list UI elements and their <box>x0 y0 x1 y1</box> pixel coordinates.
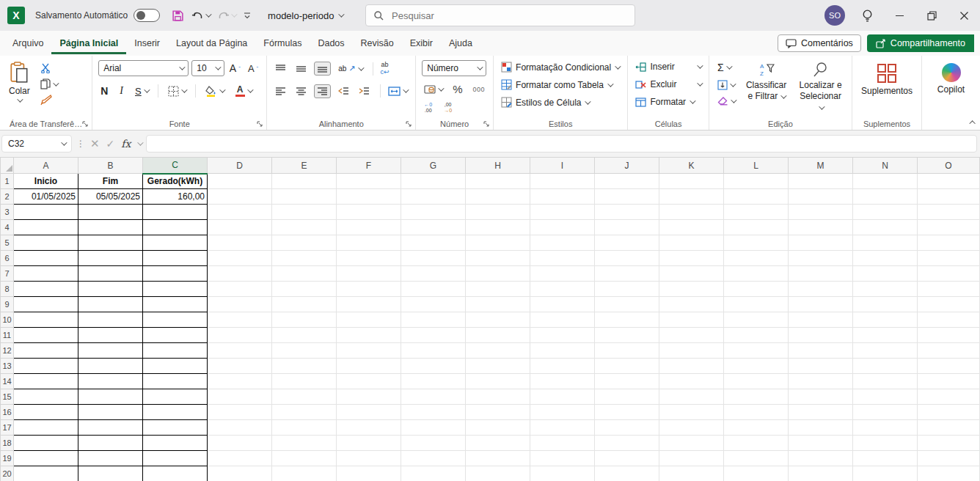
cell-I15[interactable] <box>530 389 595 405</box>
cell-F17[interactable] <box>337 420 401 436</box>
cell-M1[interactable] <box>789 174 853 189</box>
cell-J13[interactable] <box>595 359 659 374</box>
cell-O6[interactable] <box>918 251 980 266</box>
cell-I16[interactable] <box>530 405 595 420</box>
column-header-A[interactable]: A <box>14 158 78 174</box>
cell-O9[interactable] <box>918 297 980 312</box>
cell-J14[interactable] <box>595 374 659 389</box>
cell-L3[interactable] <box>724 205 789 220</box>
cell-H13[interactable] <box>466 359 530 374</box>
cell-G11[interactable] <box>401 328 466 343</box>
row-header-16[interactable]: 16 <box>1 405 14 420</box>
cell-B14[interactable] <box>78 374 143 389</box>
cell-K4[interactable] <box>659 220 724 235</box>
format-as-table-button[interactable]: Formatar como Tabela <box>500 78 621 92</box>
cell-H3[interactable] <box>466 205 530 220</box>
comments-button[interactable]: Comentários <box>778 34 861 52</box>
column-header-K[interactable]: K <box>659 158 724 174</box>
cell-D2[interactable] <box>208 189 272 205</box>
cell-H19[interactable] <box>466 451 530 466</box>
cell-C8[interactable] <box>143 282 208 297</box>
cell-E2[interactable] <box>272 189 337 205</box>
cell-M3[interactable] <box>789 205 853 220</box>
cell-C12[interactable] <box>143 343 208 359</box>
confirm-entry-icon[interactable]: ✓ <box>106 138 115 150</box>
collapse-ribbon-button[interactable] <box>971 114 976 128</box>
cell-N20[interactable] <box>853 466 918 481</box>
cell-K20[interactable] <box>659 466 724 481</box>
cell-G13[interactable] <box>401 359 466 374</box>
cell-K3[interactable] <box>659 205 724 220</box>
paste-dropdown-icon[interactable] <box>18 96 23 102</box>
cell-H7[interactable] <box>466 266 530 282</box>
cell-N5[interactable] <box>853 235 918 251</box>
cell-K9[interactable] <box>659 297 724 312</box>
column-header-O[interactable]: O <box>918 158 980 174</box>
wrap-text-button[interactable]: ab c↩ <box>379 60 392 78</box>
merge-center-button[interactable] <box>386 85 409 98</box>
cell-L17[interactable] <box>724 420 789 436</box>
cell-B16[interactable] <box>78 405 143 420</box>
cell-J9[interactable] <box>595 297 659 312</box>
cell-G8[interactable] <box>401 282 466 297</box>
decrease-decimal-button[interactable]: ,00 →0 <box>442 100 454 114</box>
cell-G10[interactable] <box>401 312 466 328</box>
conditional-formatting-button[interactable]: Formatação Condicional <box>500 60 621 74</box>
cell-C6[interactable] <box>143 251 208 266</box>
cell-J1[interactable] <box>595 174 659 189</box>
accounting-dropdown-icon[interactable] <box>438 85 444 91</box>
cell-N6[interactable] <box>853 251 918 266</box>
cell-F18[interactable] <box>337 436 401 451</box>
cell-G17[interactable] <box>401 420 466 436</box>
cell-M15[interactable] <box>789 389 853 405</box>
cell-C5[interactable] <box>143 235 208 251</box>
increase-font-size-button[interactable]: Aˆ <box>227 61 243 76</box>
cell-A16[interactable] <box>14 405 78 420</box>
cell-N2[interactable] <box>853 189 918 205</box>
cell-styles-button[interactable]: Estilos de Célula <box>500 95 621 109</box>
cell-O2[interactable] <box>918 189 980 205</box>
cell-H17[interactable] <box>466 420 530 436</box>
copy-dropdown-icon[interactable] <box>53 80 59 86</box>
cell-G16[interactable] <box>401 405 466 420</box>
cell-K5[interactable] <box>659 235 724 251</box>
cell-G2[interactable] <box>401 189 466 205</box>
column-header-I[interactable]: I <box>530 158 595 174</box>
cell-B17[interactable] <box>78 420 143 436</box>
cell-G18[interactable] <box>401 436 466 451</box>
formula-bar-handle[interactable]: ⋮ <box>76 139 86 149</box>
cell-G6[interactable] <box>401 251 466 266</box>
tab-revisão[interactable]: Revisão <box>353 33 402 54</box>
cell-B10[interactable] <box>78 312 143 328</box>
cell-J19[interactable] <box>595 451 659 466</box>
cell-A13[interactable] <box>14 359 78 374</box>
cell-H4[interactable] <box>466 220 530 235</box>
cell-G9[interactable] <box>401 297 466 312</box>
clear-dropdown-icon[interactable] <box>731 97 736 103</box>
cell-G20[interactable] <box>401 466 466 481</box>
cell-B15[interactable] <box>78 389 143 405</box>
cell-N4[interactable] <box>853 220 918 235</box>
cell-J3[interactable] <box>595 205 659 220</box>
cell-N12[interactable] <box>853 343 918 359</box>
row-header-19[interactable]: 19 <box>1 451 14 466</box>
cell-N16[interactable] <box>853 405 918 420</box>
cell-C10[interactable] <box>143 312 208 328</box>
format-cells-button[interactable]: Formatar <box>634 95 702 109</box>
cell-K11[interactable] <box>659 328 724 343</box>
cell-E9[interactable] <box>272 297 337 312</box>
cell-M17[interactable] <box>789 420 853 436</box>
cell-I6[interactable] <box>530 251 595 266</box>
orientation-button[interactable]: ab ↗ <box>336 62 364 75</box>
comma-style-button[interactable]: 000 <box>471 84 488 95</box>
cell-E16[interactable] <box>272 405 337 420</box>
cell-C9[interactable] <box>143 297 208 312</box>
cell-F8[interactable] <box>337 282 401 297</box>
cell-E14[interactable] <box>272 374 337 389</box>
cell-I1[interactable] <box>530 174 595 189</box>
cell-M20[interactable] <box>789 466 853 481</box>
cell-K16[interactable] <box>659 405 724 420</box>
cell-N11[interactable] <box>853 328 918 343</box>
cell-C13[interactable] <box>143 359 208 374</box>
cell-E18[interactable] <box>272 436 337 451</box>
